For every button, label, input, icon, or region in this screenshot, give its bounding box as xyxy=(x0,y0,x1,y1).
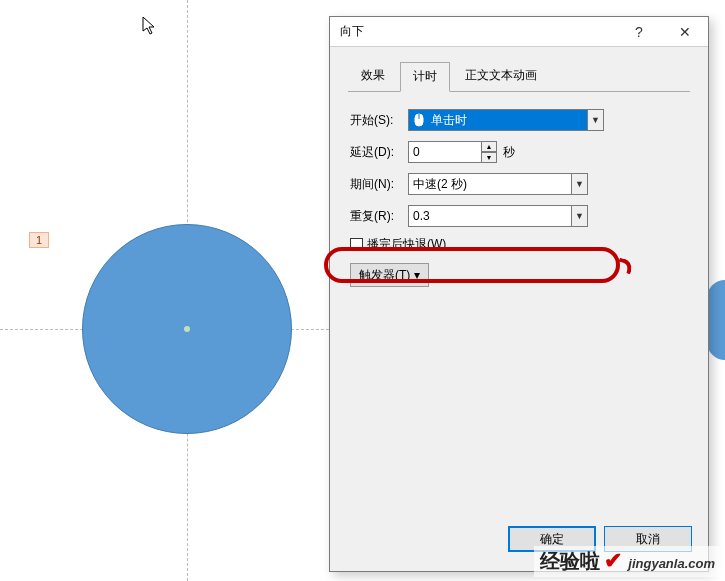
dialog-titlebar[interactable]: 向下 ? ✕ xyxy=(330,17,708,47)
trigger-label: 触发器(T) ▾ xyxy=(359,267,420,284)
trigger-button[interactable]: 触发器(T) ▾ xyxy=(350,263,429,287)
spin-down-icon[interactable]: ▼ xyxy=(481,152,497,163)
tab-text-animation[interactable]: 正文文本动画 xyxy=(452,61,550,91)
duration-combo-dropdown[interactable]: ▼ xyxy=(572,173,588,195)
repeat-value: 0.3 xyxy=(409,209,571,223)
mouse-icon xyxy=(409,113,429,127)
start-combo-dropdown[interactable]: ▼ xyxy=(588,109,604,131)
rewind-checkbox[interactable] xyxy=(350,238,363,251)
delay-unit: 秒 xyxy=(503,144,515,161)
delay-spinner[interactable]: ▲ ▼ xyxy=(481,141,497,163)
duration-value: 中速(2 秒) xyxy=(409,176,571,193)
animation-sequence-badge[interactable]: 1 xyxy=(29,232,49,248)
spin-up-icon[interactable]: ▲ xyxy=(481,141,497,152)
timing-form: 开始(S): 单击时 ▼ 延迟(D): ▲ ▼ 秒 期间 xyxy=(348,92,690,301)
rewind-label[interactable]: 播完后快退(W) xyxy=(367,236,446,253)
repeat-combo-dropdown[interactable]: ▼ xyxy=(572,205,588,227)
delay-input[interactable] xyxy=(408,141,482,163)
check-icon: ✔ xyxy=(604,548,622,574)
tab-strip: 效果 计时 正文文本动画 xyxy=(348,61,690,92)
repeat-combo[interactable]: 0.3 xyxy=(408,205,572,227)
help-button[interactable]: ? xyxy=(616,17,662,47)
start-label: 开始(S): xyxy=(350,112,408,129)
tab-effect[interactable]: 效果 xyxy=(348,61,398,91)
delay-label: 延迟(D): xyxy=(350,144,408,161)
close-button[interactable]: ✕ xyxy=(662,17,708,47)
cursor-icon xyxy=(142,16,158,39)
repeat-label: 重复(R): xyxy=(350,208,408,225)
watermark-site: jingyanla.com xyxy=(628,556,715,571)
dialog-title: 向下 xyxy=(340,23,616,40)
shape-center-dot xyxy=(184,326,190,332)
animation-timing-dialog: 向下 ? ✕ 效果 计时 正文文本动画 开始(S): 单击时 ▼ 延迟(D): xyxy=(329,16,709,572)
offscreen-shape xyxy=(707,280,725,360)
dialog-body: 效果 计时 正文文本动画 开始(S): 单击时 ▼ 延迟(D): ▲ xyxy=(330,47,708,519)
duration-label: 期间(N): xyxy=(350,176,408,193)
duration-combo[interactable]: 中速(2 秒) xyxy=(408,173,572,195)
tab-timing[interactable]: 计时 xyxy=(400,62,450,92)
watermark: 经验啦 ✔ jingyanla.com xyxy=(534,546,721,577)
start-value: 单击时 xyxy=(429,112,587,129)
watermark-brand: 经验啦 xyxy=(540,548,600,575)
start-combo[interactable]: 单击时 xyxy=(408,109,588,131)
